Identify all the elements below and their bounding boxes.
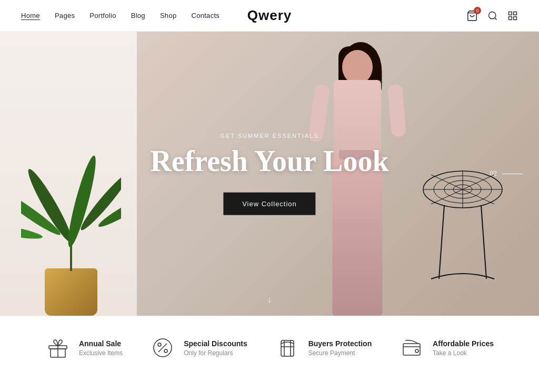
feature-annual-sale-text: Annual Sale Exclusive Items bbox=[79, 339, 123, 357]
header: Home Pages Portfolio Blog Shop Contacts … bbox=[0, 0, 539, 32]
svg-line-26 bbox=[481, 205, 486, 279]
svg-point-32 bbox=[164, 349, 167, 353]
feature-annual-sale-desc: Exclusive Items bbox=[79, 349, 123, 357]
nav-item-home[interactable]: Home bbox=[21, 12, 40, 19]
cart-badge: 0 bbox=[474, 7, 481, 14]
svg-rect-4 bbox=[514, 12, 517, 15]
nav-item-shop[interactable]: Shop bbox=[160, 12, 177, 19]
decorative-chair bbox=[415, 168, 510, 284]
decorative-plant bbox=[21, 95, 121, 316]
feature-buyers-protection-title: Buyers Protection bbox=[308, 339, 372, 348]
nav-item-pages[interactable]: Pages bbox=[55, 12, 75, 19]
svg-point-39 bbox=[415, 349, 418, 353]
site-logo[interactable]: Qwery bbox=[247, 7, 292, 24]
svg-line-16 bbox=[431, 175, 463, 189]
shield-icon bbox=[275, 335, 300, 360]
hero-section: GET SUMMER ESSENTIALS Refresh Your Look … bbox=[0, 32, 539, 316]
gift-icon bbox=[45, 335, 71, 360]
feature-buyers-protection-text: Buyers Protection Secure Payment bbox=[308, 339, 372, 357]
search-button[interactable] bbox=[487, 11, 498, 21]
feature-special-discounts: Special Discounts Only for Regulars bbox=[150, 335, 247, 360]
svg-point-1 bbox=[489, 12, 496, 18]
main-nav: Home Pages Portfolio Blog Shop Contacts bbox=[21, 12, 219, 19]
grid-icon bbox=[507, 11, 518, 21]
svg-rect-6 bbox=[514, 16, 517, 19]
percent-icon bbox=[150, 335, 175, 360]
hero-content: GET SUMMER ESSENTIALS Refresh Your Look … bbox=[150, 133, 388, 215]
search-icon bbox=[487, 11, 498, 21]
feature-affordable-prices-desc: Take a Look bbox=[433, 349, 494, 357]
feature-special-discounts-desc: Only for Regulars bbox=[184, 349, 247, 357]
nav-item-contacts[interactable]: Contacts bbox=[191, 12, 219, 19]
feature-buyers-protection: Buyers Protection Secure Payment bbox=[275, 335, 372, 360]
svg-rect-3 bbox=[509, 12, 512, 15]
nav-item-portfolio[interactable]: Portfolio bbox=[89, 12, 116, 19]
svg-line-17 bbox=[463, 175, 494, 189]
svg-line-18 bbox=[431, 189, 463, 204]
scroll-indicator[interactable]: ↓ bbox=[267, 294, 272, 305]
header-icons: 0 bbox=[466, 10, 518, 22]
feature-annual-sale-title: Annual Sale bbox=[79, 339, 123, 348]
feature-affordable-prices-text: Affordable Prices Take a Look bbox=[433, 339, 494, 357]
wallet-icon bbox=[399, 335, 424, 360]
feature-annual-sale: Annual Sale Exclusive Items bbox=[45, 335, 123, 360]
feature-special-discounts-text: Special Discounts Only for Regulars bbox=[184, 339, 247, 357]
cart-button[interactable]: 0 bbox=[466, 10, 478, 22]
svg-line-25 bbox=[439, 205, 444, 279]
svg-point-8 bbox=[64, 154, 101, 249]
svg-rect-5 bbox=[509, 16, 512, 19]
svg-line-33 bbox=[158, 344, 167, 352]
feature-buyers-protection-desc: Secure Payment bbox=[308, 349, 372, 357]
view-collection-button[interactable]: View Collection bbox=[223, 192, 316, 215]
hero-subtitle: GET SUMMER ESSENTIALS bbox=[150, 133, 388, 139]
feature-special-discounts-title: Special Discounts bbox=[184, 339, 247, 348]
hero-title: Refresh Your Look bbox=[150, 145, 388, 178]
feature-affordable-prices: Affordable Prices Take a Look bbox=[399, 335, 494, 360]
plant-leaves-svg bbox=[21, 95, 121, 274]
svg-line-2 bbox=[495, 17, 497, 19]
feature-affordable-prices-title: Affordable Prices bbox=[433, 339, 494, 348]
svg-point-31 bbox=[158, 343, 161, 346]
features-bar: Annual Sale Exclusive Items Special Disc… bbox=[0, 316, 539, 379]
svg-line-19 bbox=[463, 189, 494, 204]
grid-menu-button[interactable] bbox=[507, 11, 518, 21]
nav-item-blog[interactable]: Blog bbox=[131, 12, 145, 19]
